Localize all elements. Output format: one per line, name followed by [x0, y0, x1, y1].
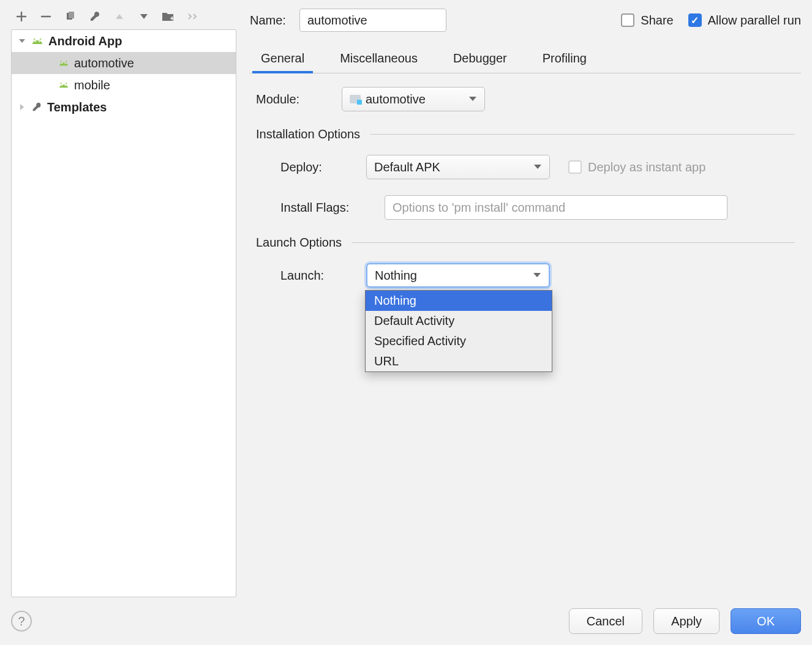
- launch-options-title: Launch Options: [256, 236, 342, 250]
- svg-point-3: [39, 41, 40, 42]
- svg-point-6: [62, 85, 63, 86]
- tree-label: mobile: [74, 78, 110, 92]
- tree-label: Android App: [48, 34, 122, 48]
- module-folder-icon: [350, 95, 361, 103]
- chevron-down-icon: [468, 96, 477, 102]
- install-flags-input[interactable]: [385, 195, 727, 220]
- folder-add-icon[interactable]: [162, 10, 175, 23]
- move-up-icon[interactable]: [113, 10, 126, 23]
- divider: [370, 134, 795, 135]
- name-label: Name:: [250, 13, 286, 28]
- share-label: Share: [641, 13, 673, 28]
- chevron-right-icon: [18, 103, 26, 111]
- tree-node-automotive[interactable]: automotive: [12, 52, 236, 74]
- divider: [351, 242, 795, 243]
- tree-node-mobile[interactable]: mobile: [12, 74, 236, 96]
- checkbox-icon[interactable]: [621, 13, 634, 27]
- module-select[interactable]: automotive: [342, 87, 485, 111]
- deploy-instant-label: Deploy as instant app: [588, 160, 705, 174]
- tree-label: automotive: [74, 56, 134, 70]
- help-button[interactable]: ?: [11, 611, 32, 632]
- add-icon[interactable]: [15, 10, 28, 23]
- installation-options-title: Installation Options: [256, 127, 360, 141]
- more-icon[interactable]: [186, 10, 200, 23]
- share-checkbox-row[interactable]: Share: [621, 13, 673, 28]
- tree-label: Templates: [47, 100, 107, 114]
- launch-option-default-activity[interactable]: Default Activity: [366, 311, 552, 331]
- svg-point-5: [65, 63, 66, 64]
- tab-profiling[interactable]: Profiling: [538, 47, 592, 73]
- module-label: Module:: [256, 92, 342, 106]
- launch-dropdown-popup: Nothing Default Activity Specified Activ…: [365, 290, 552, 372]
- svg-point-2: [35, 41, 36, 42]
- android-icon: [58, 81, 69, 89]
- launch-option-nothing[interactable]: Nothing: [366, 291, 552, 311]
- install-flags-label: Install Flags:: [280, 201, 385, 215]
- chevron-down-icon: [18, 37, 26, 45]
- tree-node-android-app[interactable]: Android App: [12, 30, 236, 52]
- deploy-instant-row: Deploy as instant app: [568, 160, 705, 174]
- config-tree[interactable]: Android App automotive mobile: [11, 29, 236, 597]
- cancel-button[interactable]: Cancel: [569, 608, 642, 634]
- move-down-icon[interactable]: [137, 10, 151, 23]
- ok-button[interactable]: OK: [731, 608, 801, 634]
- wrench-icon: [31, 102, 42, 113]
- module-value: automotive: [366, 92, 426, 106]
- tab-debugger[interactable]: Debugger: [448, 47, 512, 73]
- deploy-label: Deploy:: [280, 160, 366, 174]
- apply-button[interactable]: Apply: [653, 608, 720, 634]
- checkbox-checked-icon[interactable]: ✓: [688, 13, 702, 27]
- wrench-icon[interactable]: [88, 10, 102, 23]
- copy-icon[interactable]: [64, 10, 77, 23]
- android-icon: [58, 59, 69, 67]
- launch-option-url[interactable]: URL: [366, 351, 552, 371]
- allow-parallel-label: Allow parallel run: [708, 13, 801, 28]
- svg-point-4: [62, 63, 63, 64]
- android-icon: [31, 37, 43, 45]
- launch-value: Nothing: [375, 269, 417, 283]
- allow-parallel-checkbox-row[interactable]: ✓ Allow parallel run: [688, 13, 801, 28]
- deploy-select[interactable]: Default APK: [366, 155, 550, 179]
- svg-point-7: [65, 85, 66, 86]
- config-toolbar: [11, 9, 236, 29]
- remove-icon[interactable]: [39, 10, 53, 23]
- tree-node-templates[interactable]: Templates: [12, 96, 236, 118]
- chevron-down-icon: [533, 272, 541, 278]
- tab-miscellaneous[interactable]: Miscellaneous: [335, 47, 423, 73]
- launch-label: Launch:: [280, 269, 366, 283]
- tab-general[interactable]: General: [256, 47, 309, 73]
- name-input[interactable]: [299, 9, 446, 32]
- launch-select[interactable]: Nothing: [366, 263, 550, 288]
- chevron-down-icon: [533, 164, 542, 170]
- launch-option-specified-activity[interactable]: Specified Activity: [366, 331, 552, 351]
- tabs: General Miscellaneous Debugger Profiling: [250, 47, 801, 73]
- deploy-value: Default APK: [374, 160, 440, 174]
- checkbox-disabled-icon: [568, 160, 582, 174]
- svg-rect-1: [69, 12, 74, 18]
